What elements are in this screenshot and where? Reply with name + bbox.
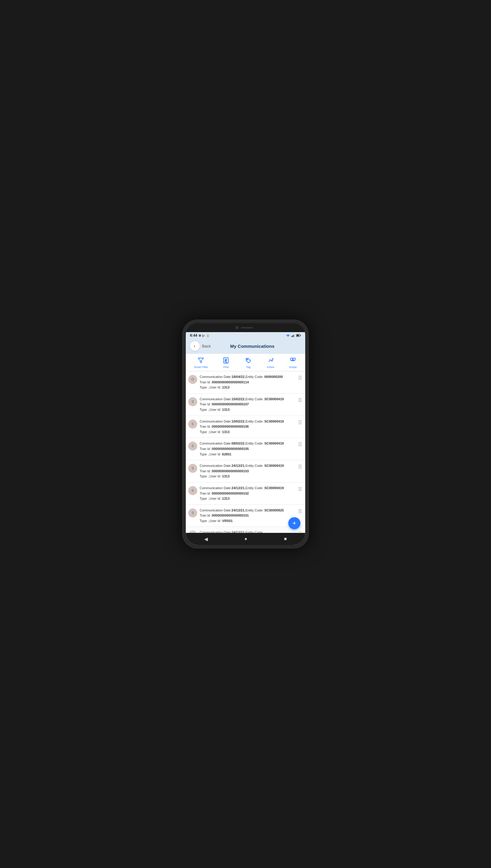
- avatar: S: [188, 441, 197, 451]
- status-right: [286, 334, 301, 337]
- communications-list: O Communication Date:18/04/22,Entity Cod…: [186, 371, 305, 533]
- svg-rect-0: [291, 336, 292, 337]
- tran-id: 00000000000000000114: [212, 380, 249, 384]
- toolbar: Smart Filter Find: [186, 354, 305, 371]
- back-label[interactable]: Back: [202, 344, 211, 348]
- scope-button[interactable]: Scope: [289, 356, 297, 369]
- status-time: 6:44: [190, 333, 197, 338]
- user-id: 1313: [222, 385, 230, 389]
- type-label: Type :,: [200, 385, 210, 389]
- svg-line-12: [226, 362, 227, 363]
- svg-point-13: [247, 359, 248, 360]
- svg-point-11: [225, 361, 227, 362]
- svg-rect-14: [290, 358, 293, 360]
- smart-filter-button[interactable]: Smart Filter: [194, 356, 208, 369]
- item-menu-icon[interactable]: ☰: [298, 486, 302, 492]
- item-menu-icon[interactable]: ☰: [298, 375, 302, 381]
- page-title: My Communications: [213, 344, 291, 349]
- avatar: S: [188, 397, 197, 406]
- app-screen: 6:44 ⚙ ▷ 🔋: [186, 332, 305, 545]
- action-label: Action: [267, 366, 275, 369]
- tag-icon: [244, 356, 253, 365]
- status-left: 6:44 ⚙ ▷ 🔋: [190, 333, 210, 338]
- list-item[interactable]: S Communication Date:15/02/22,Entity Cod…: [186, 394, 305, 416]
- comm-details: Communication Date:24/12/21,Entity Code …: [200, 508, 295, 524]
- smart-filter-label: Smart Filter: [194, 366, 208, 369]
- signal-icon: [291, 334, 295, 337]
- play-status-icon: ▷: [202, 334, 205, 337]
- avatar: S: [188, 508, 197, 518]
- item-menu-icon[interactable]: ☰: [298, 420, 302, 425]
- svg-rect-6: [297, 335, 299, 336]
- back-button[interactable]: ‹: [190, 341, 200, 351]
- smart-filter-icon: [197, 356, 205, 365]
- tag-label: Tag: [246, 366, 251, 369]
- comm-date-label: Communication Date:: [200, 375, 232, 378]
- avatar: S: [188, 420, 197, 429]
- add-icon: +: [293, 519, 296, 527]
- status-bar: 6:44 ⚙ ▷ 🔋: [186, 332, 305, 339]
- svg-rect-1: [292, 336, 293, 337]
- comm-details: Communication Date:24/12/21 Entity Code: [200, 530, 295, 533]
- add-button[interactable]: +: [288, 517, 300, 529]
- nav-home-button[interactable]: ●: [244, 536, 247, 541]
- list-item[interactable]: S Communication Date:10/02/22,Entity Cod…: [186, 416, 305, 438]
- svg-rect-2: [293, 335, 294, 337]
- phone-screen: 6:44 ⚙ ▷ 🔋: [186, 323, 305, 545]
- phone-device: 6:44 ⚙ ▷ 🔋: [182, 319, 309, 549]
- settings-status-icon: ⚙: [198, 334, 201, 337]
- comm-details: Communication Date:24/12/21,Entity Code …: [200, 486, 295, 501]
- nav-recent-button[interactable]: ■: [284, 536, 287, 541]
- phone-top-bezel: [186, 323, 305, 332]
- item-menu-icon[interactable]: ☰: [298, 441, 302, 447]
- find-icon: [222, 356, 230, 365]
- action-icon: [266, 356, 275, 365]
- svg-marker-7: [198, 358, 204, 363]
- scope-icon: [289, 356, 297, 365]
- battery-status-icon: 🔋: [206, 334, 210, 337]
- avatar: S: [188, 486, 197, 495]
- item-menu-icon[interactable]: ☰: [298, 397, 302, 403]
- list-item[interactable]: S Communication Date:24/12/21,Entity Cod…: [186, 460, 305, 483]
- svg-rect-3: [294, 334, 295, 337]
- tag-button[interactable]: Tag: [244, 356, 253, 369]
- svg-rect-5: [300, 335, 301, 336]
- entity-label: ,Entity Code :: [244, 375, 264, 378]
- list-item[interactable]: S Communication Date:24/12/21 Entity Cod…: [186, 527, 305, 533]
- scope-label: Scope: [289, 366, 297, 369]
- wifi-icon: [286, 334, 290, 337]
- nav-back-button[interactable]: ◀: [204, 536, 208, 542]
- avatar: S: [188, 464, 197, 473]
- front-camera: [235, 326, 238, 329]
- list-item[interactable]: O Communication Date:18/04/22,Entity Cod…: [186, 371, 305, 394]
- find-label: Find: [224, 366, 229, 369]
- comm-details: Communication Date:10/02/22,Entity Code …: [200, 419, 295, 435]
- comm-date: 18/04/22: [232, 375, 244, 378]
- app-header: ‹ Back My Communications: [186, 339, 305, 354]
- list-item[interactable]: S Communication Date:08/02/22,Entity Cod…: [186, 438, 305, 460]
- find-button[interactable]: Find: [222, 356, 230, 369]
- avatar: S: [188, 530, 197, 533]
- comm-details: Communication Date:18/04/22,Entity Code …: [200, 374, 295, 390]
- navigation-bar: ◀ ● ■: [186, 533, 305, 545]
- comm-details: Communication Date:15/02/22,Entity Code …: [200, 397, 295, 412]
- list-item[interactable]: S Communication Date:24/12/21,Entity Cod…: [186, 505, 305, 527]
- svg-rect-15: [293, 358, 295, 360]
- back-chevron-icon: ‹: [194, 343, 195, 349]
- item-menu-icon[interactable]: ☰: [298, 508, 302, 514]
- entity-code: 0000000200: [264, 375, 283, 378]
- comm-details: Communication Date:08/02/22,Entity Code …: [200, 441, 295, 457]
- comm-details: Communication Date:24/12/21,Entity Code …: [200, 463, 295, 479]
- item-menu-icon[interactable]: ☰: [298, 530, 302, 533]
- list-item[interactable]: S Communication Date:24/12/21,Entity Cod…: [186, 483, 305, 505]
- action-button[interactable]: Action: [266, 356, 275, 369]
- avatar: O: [188, 375, 197, 384]
- speaker: [241, 327, 253, 329]
- item-menu-icon[interactable]: ☰: [298, 464, 302, 470]
- battery-icon: [296, 334, 301, 337]
- tran-label: Tran Id :: [200, 380, 212, 384]
- type-label2: User Id :: [210, 385, 222, 389]
